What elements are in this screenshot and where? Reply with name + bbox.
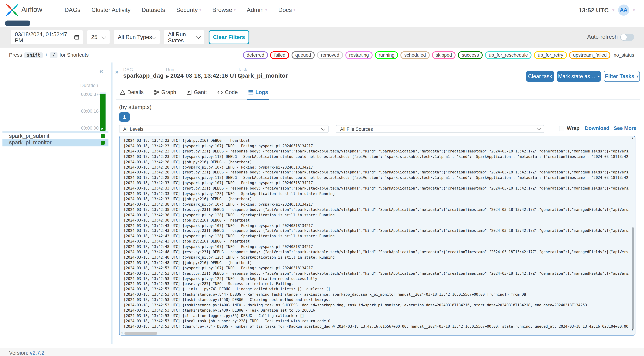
state-badge-upstream-failed: upstream_failed: [570, 51, 610, 59]
log-level-value: All Levels: [123, 126, 144, 131]
nav-item-docs[interactable]: Docs▾: [278, 7, 295, 13]
collapse-sidebar-icon[interactable]: «: [100, 68, 103, 76]
log-line: [2024-03-18, 13:42:33 UTC] {pyspark_pi.p…: [124, 181, 629, 186]
scroll-left-icon[interactable]: ◂: [121, 331, 122, 335]
log-line: [2024-03-18, 13:42:33 UTC] {rest.py:231}…: [124, 186, 629, 191]
shortcut-hint: Press shift + / for Shortcuts: [9, 52, 89, 58]
panel-divider[interactable]: [111, 62, 112, 343]
log-line: [2024-03-18, 13:42:53 UTC] {taskinstance…: [124, 303, 629, 308]
grid-task-row-spark-pi-submit[interactable]: spark_pi_submit: [2, 132, 108, 139]
page-size-value: 25: [91, 34, 97, 40]
task-name: spark_pi_monitor: [9, 139, 52, 145]
log-line: [2024-03-18, 13:42:53 UTC] {__init__.py:…: [124, 287, 629, 292]
nav-item-browse[interactable]: Browse▾: [212, 7, 236, 13]
tab-code[interactable]: Code: [216, 88, 238, 100]
chevron-down-icon: ▾: [637, 74, 639, 78]
task-state-square-success[interactable]: [100, 140, 105, 145]
nav-item-label: Security: [176, 7, 198, 13]
graph-icon: [154, 90, 159, 95]
chevron-down-icon: ▾: [199, 8, 201, 12]
auto-refresh-toggle[interactable]: [620, 34, 634, 41]
see-more-link[interactable]: See More: [614, 125, 636, 131]
airflow-task-logs-page: Airflow DAGsCluster ActivityDatasetsSecu…: [0, 0, 644, 356]
vertical-scrollbar-thumb[interactable]: [632, 227, 634, 329]
calendar-icon[interactable]: [74, 35, 79, 40]
grid-task-row-spark-pi-monitor[interactable]: spark_pi_monitor: [2, 139, 108, 146]
nav-item-dags[interactable]: DAGs: [64, 7, 80, 13]
log-level-select[interactable]: All Levels: [119, 125, 328, 133]
chevron-down-icon: ▾: [265, 8, 267, 12]
log-line: [2024-03-18, 13:42:53 UTC] {taskinstance…: [124, 297, 629, 303]
download-link[interactable]: Download: [585, 125, 609, 131]
nav-item-security[interactable]: Security▾: [176, 7, 201, 13]
duration-tick: 00:00:37: [81, 92, 99, 97]
grid-button-clipped[interactable]: [6, 21, 30, 26]
log-line: [2024-03-18, 13:42:48 UTC] {rest.py:231}…: [124, 250, 629, 255]
nav-item-cluster-activity[interactable]: Cluster Activity: [92, 7, 131, 13]
clear-task-button[interactable]: Clear task: [526, 71, 554, 82]
shortcut-prefix: Press: [9, 52, 22, 58]
nav-item-datasets[interactable]: Datasets: [142, 7, 165, 13]
mark-state-as-button[interactable]: Mark state as…▾: [557, 71, 601, 82]
scroll-up-icon[interactable]: ▲: [631, 136, 634, 139]
nav-item-label: Browse: [212, 7, 232, 13]
run-types-value: All Run Types: [118, 34, 152, 40]
base-date-input[interactable]: 03/18/2024, 01:52:47 PM: [11, 30, 83, 44]
log-output-panel[interactable]: [2024-03-18, 13:42:23 UTC] {job.py:216} …: [119, 136, 636, 335]
utc-clock[interactable]: 13:52 UTC: [578, 6, 608, 13]
nav-item-admin[interactable]: Admin▾: [247, 7, 267, 13]
state-badge-restarting: restarting: [346, 51, 372, 59]
log-text: [2024-03-18, 13:42:23 UTC] {job.py:216} …: [124, 138, 629, 330]
log-line: [2024-03-18, 13:42:53 UTC] {base.py:287}…: [124, 281, 629, 287]
airflow-brand[interactable]: Airflow: [6, 3, 42, 17]
breadcrumb-dag-label: DAG: [123, 67, 133, 72]
chevron-down-icon: [321, 127, 325, 130]
shortcut-and-legend-row: Press shift + / for Shortcuts deferredfa…: [0, 48, 644, 63]
attempt-1-button[interactable]: 1: [119, 112, 130, 122]
chevron-down-icon: [102, 34, 106, 39]
user-avatar[interactable]: AA: [618, 4, 629, 15]
breadcrumb-expand-icon[interactable]: »: [115, 68, 118, 76]
task-state-square-success[interactable]: [100, 134, 105, 138]
wrap-checkbox[interactable]: [559, 126, 564, 131]
log-line: [2024-03-18, 13:42:48 UTC] {pyspark_pi.p…: [124, 255, 629, 260]
tab-graph[interactable]: Graph: [153, 88, 177, 100]
page-size-select[interactable]: 25: [87, 30, 110, 44]
tab-details[interactable]: Details: [119, 88, 144, 100]
scroll-down-icon[interactable]: ▼: [631, 328, 634, 331]
horizontal-scrollbar-thumb[interactable]: [124, 331, 157, 334]
toggle-knob: [620, 34, 627, 40]
clear-filters-button[interactable]: Clear Filters: [209, 30, 250, 44]
state-badge-success: success: [458, 51, 482, 59]
chevron-down-icon: [196, 34, 201, 39]
log-line: [2024-03-18, 13:42:48 UTC] {pyspark_pi.p…: [124, 244, 629, 250]
clock-chevron-down-icon: ▾: [612, 8, 614, 12]
gantt-icon: [186, 90, 192, 95]
tab-gantt[interactable]: Gantt: [186, 88, 208, 100]
file-source-value: All File Sources: [340, 126, 373, 131]
file-source-select[interactable]: All File Sources: [336, 125, 544, 133]
log-line: [2024-03-18, 13:42:53 UTC] {pyspark_pi.p…: [124, 276, 629, 281]
filter-tasks-button[interactable]: Filter Tasks▾: [604, 71, 640, 82]
version-link[interactable]: v2.7.2: [30, 350, 44, 356]
task-detail-panel: » DAG sparkapp_dag / Run ▶2024-03-18, 13…: [116, 62, 640, 348]
state-badge-no-status: no_status: [613, 52, 635, 58]
breadcrumb-run-value[interactable]: ▶2024-03-18, 13:42:16 UTC: [166, 72, 242, 79]
run-states-select[interactable]: All Run States: [164, 30, 204, 44]
plus-sign: +: [45, 52, 48, 58]
log-line: [2024-03-18, 13:42:43 UTC] {rest.py:231}…: [124, 228, 629, 234]
log-line: [2024-03-18, 13:42:23 UTC] {pyspark_pi.p…: [124, 143, 629, 149]
nav-item-label: Admin: [247, 7, 264, 13]
breadcrumb-run-label: Run: [166, 67, 174, 72]
breadcrumb-dag-value[interactable]: sparkapp_dag: [123, 72, 164, 79]
breadcrumb-task-value[interactable]: spark_pi_monitor: [238, 72, 288, 79]
grid-header-strip: [2, 131, 108, 133]
chevron-down-icon: ▾: [598, 74, 600, 78]
run-types-select[interactable]: All Run Types: [114, 30, 160, 44]
log-line: [2024-03-18, 13:42:53 UTC] {pyspark_pi.p…: [124, 265, 629, 271]
log-line: [2024-03-18, 13:42:43 UTC] {pyspark_pi.p…: [124, 223, 629, 228]
dag-run-bar-success[interactable]: ▶: [100, 94, 105, 131]
tab-logs[interactable]: Logs: [247, 88, 269, 100]
logs-list-icon: [248, 90, 254, 95]
run-states-value: All Run States: [168, 31, 197, 44]
